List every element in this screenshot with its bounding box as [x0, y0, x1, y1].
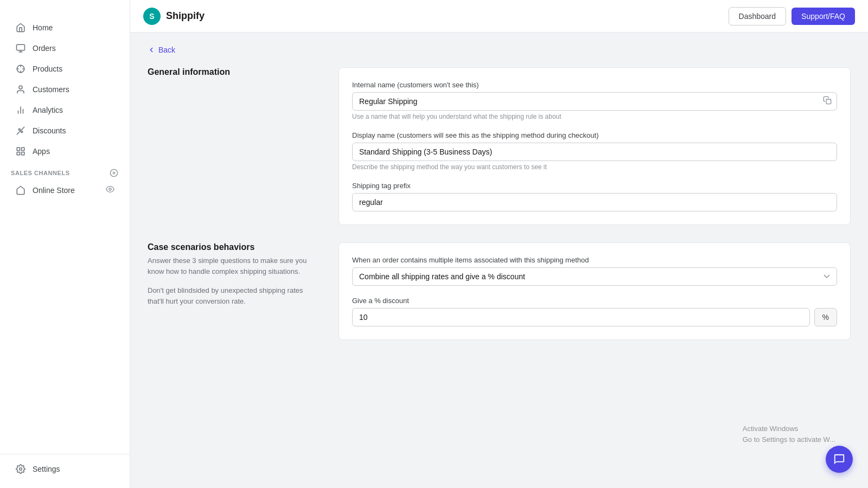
svg-rect-11: [17, 147, 20, 150]
discount-group: Give a % discount %: [352, 297, 837, 326]
back-link[interactable]: Back: [148, 46, 175, 54]
display-name-input[interactable]: [352, 143, 837, 161]
case-scenarios-left: Case scenarios behaviors Answer these 3 …: [148, 242, 321, 340]
app-logo: S Shippify: [143, 8, 205, 25]
sidebar-item-discounts-label: Discounts: [33, 126, 66, 135]
svg-point-4: [19, 86, 22, 89]
products-icon: [15, 63, 26, 74]
sidebar-item-analytics-label: Analytics: [33, 106, 63, 114]
svg-line-10: [17, 127, 24, 134]
case-scenarios-desc2: Don't get blindsided by unexpected shipp…: [148, 285, 321, 306]
settings-label: Settings: [33, 465, 60, 473]
general-info-left: General information: [148, 67, 321, 225]
multiple-items-select[interactable]: Combine all shipping rates and give a % …: [352, 267, 837, 286]
sidebar-item-apps-label: Apps: [33, 147, 50, 156]
svg-point-18: [109, 188, 111, 190]
general-info-form-card: Internal name (customers won't see this)…: [339, 67, 851, 225]
discounts-icon: [15, 125, 26, 136]
svg-point-8: [18, 129, 20, 130]
pct-badge: %: [814, 308, 837, 326]
sidebar-item-discounts[interactable]: Discounts: [4, 121, 125, 140]
multiple-items-label: When an order contains multiple items as…: [352, 256, 837, 264]
header-actions: Dashboard Support/FAQ: [729, 7, 855, 25]
customers-icon: [15, 84, 26, 95]
sidebar-item-orders-label: Orders: [33, 44, 56, 53]
discount-row: %: [352, 308, 837, 326]
display-name-group: Display name (customers will see this as…: [352, 131, 837, 171]
multiple-items-group: When an order contains multiple items as…: [352, 256, 837, 286]
dashboard-button[interactable]: Dashboard: [729, 7, 787, 25]
svg-rect-20: [826, 99, 831, 104]
general-information-section: General information Internal name (custo…: [148, 67, 851, 225]
logo-icon: S: [143, 8, 161, 25]
sidebar-item-apps[interactable]: Apps: [4, 142, 125, 161]
case-scenarios-form-card: When an order contains multiple items as…: [339, 242, 851, 340]
app-header: S Shippify Dashboard Support/FAQ: [130, 0, 868, 33]
sales-channels-section: SALES CHANNELS: [0, 162, 130, 180]
home-icon: [15, 22, 26, 33]
display-name-label: Display name (customers will see this as…: [352, 131, 837, 139]
discount-input[interactable]: [352, 308, 810, 326]
sidebar-item-home[interactable]: Home: [4, 18, 125, 37]
main-area: S Shippify Dashboard Support/FAQ Back Ge…: [130, 0, 868, 488]
case-scenarios-section: Case scenarios behaviors Answer these 3 …: [148, 242, 851, 340]
svg-point-9: [21, 131, 23, 133]
svg-rect-13: [17, 152, 20, 155]
sidebar-item-customers-label: Customers: [33, 85, 69, 94]
copy-icon[interactable]: [823, 96, 832, 107]
svg-rect-14: [22, 152, 24, 155]
tag-prefix-group: Shipping tag prefix: [352, 182, 837, 211]
orders-icon: [15, 43, 26, 54]
online-store-icon: [15, 185, 26, 196]
internal-name-input-wrapper: [352, 92, 837, 111]
case-scenarios-title: Case scenarios behaviors: [148, 242, 321, 252]
internal-name-hint: Use a name that will help you understand…: [352, 113, 837, 120]
online-store-label: Online Store: [33, 186, 75, 195]
general-info-title: General information: [148, 67, 321, 77]
sidebar-item-online-store[interactable]: Online Store: [4, 181, 125, 200]
internal-name-group: Internal name (customers won't see this)…: [352, 81, 837, 120]
add-sales-channel-icon[interactable]: [109, 168, 119, 178]
svg-rect-0: [17, 44, 25, 50]
tag-prefix-input[interactable]: [352, 193, 837, 211]
case-scenarios-desc1: Answer these 3 simple questions to make …: [148, 255, 321, 277]
back-label: Back: [158, 46, 175, 54]
internal-name-input[interactable]: [352, 92, 837, 111]
svg-point-19: [20, 468, 22, 471]
analytics-icon: [15, 105, 26, 115]
display-name-hint: Describe the shipping method the way you…: [352, 163, 837, 171]
svg-rect-12: [22, 147, 24, 150]
internal-name-label: Internal name (customers won't see this): [352, 81, 837, 89]
eye-icon[interactable]: [106, 185, 114, 196]
sidebar-item-orders[interactable]: Orders: [4, 38, 125, 58]
sidebar: Home Orders Products Customers Analytics…: [0, 0, 130, 488]
sidebar-item-customers[interactable]: Customers: [4, 80, 125, 99]
sidebar-item-home-label: Home: [33, 23, 53, 32]
logo-text: Shippify: [166, 10, 205, 22]
tag-prefix-label: Shipping tag prefix: [352, 182, 837, 190]
sidebar-item-products[interactable]: Products: [4, 59, 125, 79]
apps-icon: [15, 146, 26, 157]
discount-label: Give a % discount: [352, 297, 837, 305]
chat-button[interactable]: [826, 446, 853, 473]
settings-icon: [15, 464, 26, 474]
sales-channels-label: SALES CHANNELS: [11, 170, 70, 176]
page-content: Back General information Internal name (…: [130, 33, 868, 488]
sidebar-item-settings[interactable]: Settings: [4, 459, 125, 479]
support-faq-button[interactable]: Support/FAQ: [792, 8, 855, 25]
sidebar-item-analytics[interactable]: Analytics: [4, 100, 125, 120]
sidebar-item-products-label: Products: [33, 65, 62, 73]
